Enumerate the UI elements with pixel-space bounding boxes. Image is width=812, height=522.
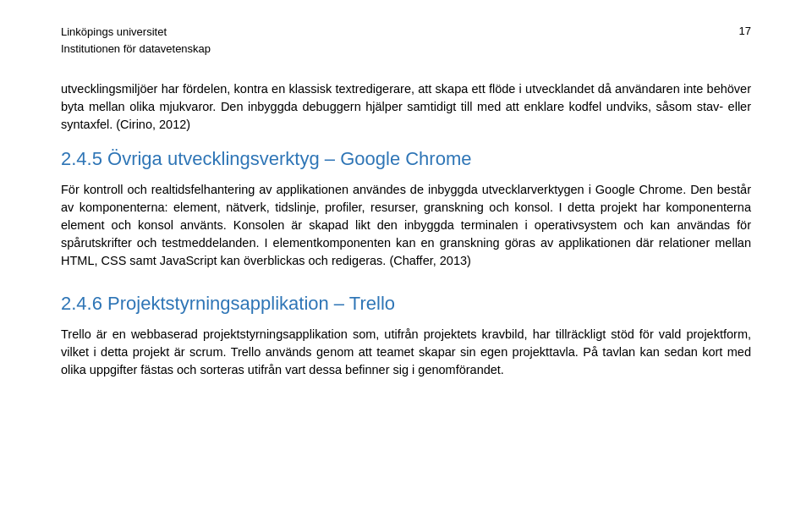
section-246-name: Trello <box>349 293 395 314</box>
section-246-heading: 2.4.6 Projektstyrningsapplikation – Trel… <box>61 290 751 317</box>
section-246-container: 2.4.6 Projektstyrningsapplikation – Trel… <box>61 290 751 379</box>
section-245-dash: – <box>325 148 340 169</box>
page-number: 17 <box>739 24 751 40</box>
section-245-heading: 2.4.5 Övriga utvecklingsverktyg – Google… <box>61 146 751 173</box>
section-245-name: Google Chrome <box>340 148 471 169</box>
section-245-paragraph: För kontroll och realtidsfelhantering av… <box>61 181 751 270</box>
page-header: Linköpings universitet Institutionen för… <box>61 24 751 57</box>
institution-info: Linköpings universitet Institutionen för… <box>61 24 211 57</box>
intro-paragraph: utvecklingsmiljöer har fördelen, kontra … <box>61 80 751 134</box>
section-246-heading-number: 2.4.6 Projektstyrningsapplikation <box>61 293 334 314</box>
university-name: Linköpings universitet <box>61 24 211 41</box>
section-245-heading-number: 2.4.5 Övriga utvecklingsverktyg <box>61 148 325 169</box>
department-name: Institutionen för datavetenskap <box>61 41 211 58</box>
section-246-dash: – <box>334 293 349 314</box>
section-246-paragraph: Trello är en webbaserad projektstyrnings… <box>61 326 751 379</box>
